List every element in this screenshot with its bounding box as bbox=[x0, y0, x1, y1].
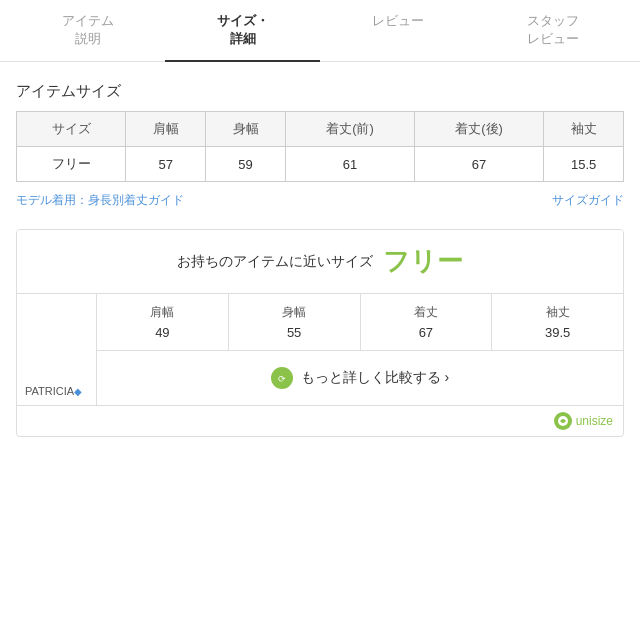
svg-text:⟳: ⟳ bbox=[278, 374, 286, 384]
col-header-shoulder: 肩幅 bbox=[126, 112, 206, 147]
table-row: フリー 57 59 61 67 15.5 bbox=[17, 147, 624, 182]
cell-body: 59 bbox=[206, 147, 286, 182]
links-row: モデル着用：身長別着丈ガイド サイズガイド bbox=[16, 192, 624, 209]
cell-size: フリー bbox=[17, 147, 126, 182]
compare-button[interactable]: ⟳ もっと詳しく比較する › bbox=[97, 351, 623, 405]
col-header-back: 着丈(後) bbox=[415, 112, 544, 147]
unisize-recommended-size: フリー bbox=[383, 244, 463, 279]
table-header-row: サイズ 肩幅 身幅 着丈(前) 着丈(後) 袖丈 bbox=[17, 112, 624, 147]
unisize-left-panel: PATRICIA◆ bbox=[17, 294, 97, 405]
unisize-col-body: 身幅 55 bbox=[229, 294, 361, 350]
unisize-header: お持ちのアイテムに近いサイズ フリー bbox=[17, 230, 623, 294]
unisize-right-panel: 肩幅 49 身幅 55 着丈 67 袖丈 39.5 bbox=[97, 294, 623, 405]
tab-item-desc[interactable]: アイテム 説明 bbox=[10, 0, 165, 61]
user-name: PATRICIA bbox=[25, 385, 74, 397]
cell-sleeve: 15.5 bbox=[544, 147, 624, 182]
cell-front: 61 bbox=[285, 147, 414, 182]
cell-back: 67 bbox=[415, 147, 544, 182]
unisize-brand-name: unisize bbox=[576, 414, 613, 428]
col-header-body: 身幅 bbox=[206, 112, 286, 147]
main-content: アイテムサイズ サイズ 肩幅 身幅 着丈(前) 着丈(後) 袖丈 フリー 57 … bbox=[0, 62, 640, 453]
col-header-front: 着丈(前) bbox=[285, 112, 414, 147]
unisize-columns: 肩幅 49 身幅 55 着丈 67 袖丈 39.5 bbox=[97, 294, 623, 351]
tab-staff-review[interactable]: スタッフ レビュー bbox=[475, 0, 630, 61]
col-header-sleeve: 袖丈 bbox=[544, 112, 624, 147]
unisize-col-length: 着丈 67 bbox=[361, 294, 493, 350]
size-table: サイズ 肩幅 身幅 着丈(前) 着丈(後) 袖丈 フリー 57 59 61 67… bbox=[16, 111, 624, 182]
unisize-col-shoulder: 肩幅 49 bbox=[97, 294, 229, 350]
unisize-card: お持ちのアイテムに近いサイズ フリー PATRICIA◆ 肩幅 49 bbox=[16, 229, 624, 437]
section-title: アイテムサイズ bbox=[16, 82, 624, 101]
unisize-col-sleeve: 袖丈 39.5 bbox=[492, 294, 623, 350]
size-guide-link[interactable]: サイズガイド bbox=[552, 192, 624, 209]
cell-shoulder: 57 bbox=[126, 147, 206, 182]
size-section: アイテムサイズ サイズ 肩幅 身幅 着丈(前) 着丈(後) 袖丈 フリー 57 … bbox=[16, 82, 624, 209]
compare-text: もっと詳しく比較する › bbox=[301, 369, 450, 387]
unisize-header-text: お持ちのアイテムに近いサイズ bbox=[177, 253, 373, 271]
unisize-footer: unisize bbox=[17, 405, 623, 436]
tab-review[interactable]: レビュー bbox=[320, 0, 475, 61]
unisize-logo-icon bbox=[554, 412, 572, 430]
unisize-body: PATRICIA◆ 肩幅 49 身幅 55 着丈 bbox=[17, 294, 623, 405]
compare-icon: ⟳ bbox=[271, 367, 293, 389]
tab-size-detail[interactable]: サイズ・ 詳細 bbox=[165, 0, 320, 62]
user-name-row: PATRICIA◆ bbox=[17, 381, 96, 405]
user-diamond-icon: ◆ bbox=[74, 386, 82, 397]
unisize-brand: unisize bbox=[554, 412, 613, 430]
model-guide-link[interactable]: モデル着用：身長別着丈ガイド bbox=[16, 192, 184, 209]
col-header-size: サイズ bbox=[17, 112, 126, 147]
tab-bar: アイテム 説明 サイズ・ 詳細 レビュー スタッフ レビュー bbox=[0, 0, 640, 62]
